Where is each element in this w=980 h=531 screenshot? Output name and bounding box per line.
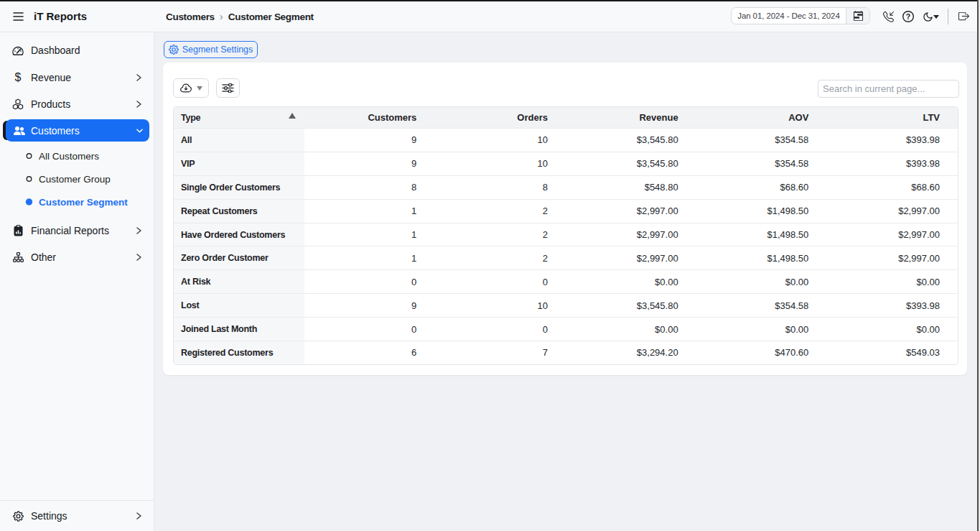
svg-text:?: ? <box>906 12 910 21</box>
